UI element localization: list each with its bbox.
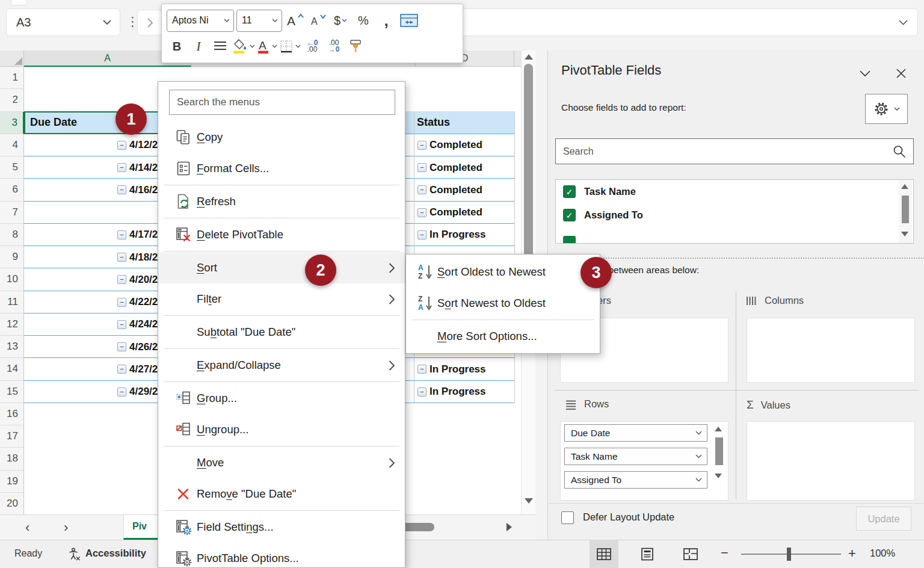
collapse-icon[interactable]: − (117, 253, 126, 262)
menu-item-copy[interactable]: Copy (158, 122, 405, 153)
row-header-2[interactable]: 2 (0, 89, 24, 111)
rows-scrollbar-thumb[interactable] (715, 437, 723, 465)
font-color-button[interactable]: A (256, 36, 277, 57)
zoom-in-button[interactable]: + (848, 546, 856, 561)
row-header-16[interactable]: 16 (0, 403, 24, 425)
rows-area-scrollbar[interactable] (711, 422, 727, 500)
collapse-icon[interactable]: − (417, 387, 427, 397)
collapse-icon[interactable]: − (117, 185, 126, 194)
status-cell-row-5[interactable]: −Completed (405, 156, 545, 179)
increase-font-size-button[interactable]: A (285, 10, 305, 31)
chevron-down-icon[interactable] (695, 431, 702, 435)
scroll-up-icon[interactable] (901, 184, 908, 189)
pane-collapse-button[interactable] (855, 65, 875, 82)
accounting-format-button[interactable]: $ (330, 10, 351, 31)
chevron-down-icon[interactable] (695, 454, 702, 458)
scroll-down-icon[interactable] (525, 498, 533, 504)
menu-item-move[interactable]: Move (158, 447, 405, 478)
menu-item-sort-newest-to-oldest[interactable]: ZASort Newest to Oldest (406, 288, 600, 319)
fields-search-input[interactable] (556, 146, 892, 157)
normal-view-button[interactable] (590, 540, 618, 568)
row-header-13[interactable]: 13 (0, 336, 24, 358)
decrease-font-size-button[interactable]: A (307, 10, 328, 31)
field-list-scrollbar-thumb[interactable] (902, 196, 909, 223)
status-cell-row-4[interactable]: −Completed (405, 134, 545, 156)
collapse-icon[interactable]: − (117, 275, 126, 284)
font-size-select[interactable]: 11 (236, 10, 282, 32)
collapse-icon[interactable]: − (417, 141, 427, 150)
row-header-1[interactable]: 1 (0, 67, 24, 89)
menu-search-input[interactable] (170, 96, 395, 108)
status-cell-row-15[interactable]: −In Progress (405, 381, 545, 403)
menu-item-field-settings[interactable]: Field Settings... (158, 511, 405, 543)
status-cell-row-14[interactable]: −In Progress (405, 358, 545, 380)
pivot-header-cell-status[interactable]: Status (405, 111, 514, 134)
row-header-20[interactable]: 20 (0, 493, 24, 515)
menu-item-sort-oldest-to-newest[interactable]: AZSort Oldest to Newest (406, 256, 600, 288)
accessibility-status[interactable]: Accessibility (85, 548, 146, 559)
page-break-preview-button[interactable] (676, 540, 705, 568)
row-header-14[interactable]: 14 (0, 358, 24, 380)
formula-bar-collapsed-button[interactable] (137, 10, 162, 36)
previous-sheet-button[interactable]: ‹ (25, 520, 29, 536)
percent-style-button[interactable]: % (353, 10, 374, 31)
row-field-chip-task-name[interactable]: Task Name (564, 448, 707, 465)
menu-item-pivottable-options[interactable]: PivotTable Options... (158, 543, 405, 568)
zoom-slider-thumb[interactable] (787, 548, 791, 561)
checked-checkbox-icon[interactable]: ✓ (563, 185, 576, 198)
collapse-icon[interactable]: − (117, 298, 126, 307)
collapse-icon[interactable]: − (117, 387, 126, 397)
select-all-corner[interactable] (0, 51, 24, 67)
format-painter-button[interactable] (345, 36, 366, 57)
scroll-down-icon[interactable] (901, 232, 908, 236)
comma-style-button[interactable]: , (376, 10, 396, 31)
pane-close-button[interactable] (891, 65, 911, 82)
row-field-chip-assigned-to[interactable]: Assigned To (564, 471, 707, 489)
formula-bar-expand-icon[interactable] (899, 20, 908, 25)
row-header-15[interactable]: 15 (0, 381, 24, 403)
row-header-7[interactable]: 7 (0, 202, 24, 224)
values-drop-area[interactable] (747, 421, 915, 501)
status-cell-row-7[interactable]: −Completed (405, 202, 545, 224)
merge-cells-button[interactable] (399, 10, 419, 31)
collapse-icon[interactable]: − (117, 163, 126, 172)
menu-item-remove-due-date[interactable]: Remove "Due Date" (158, 478, 405, 510)
font-name-select[interactable]: Aptos Ni (167, 10, 234, 32)
increase-decimal-button[interactable]: .00→0 (324, 36, 344, 57)
chevron-down-icon[interactable] (695, 478, 702, 482)
align-button[interactable] (210, 36, 230, 57)
menu-item-ungroup[interactable]: Ungroup... (158, 414, 405, 445)
menu-item-delete-pivottable[interactable]: Delete PivotTable (158, 219, 405, 250)
next-sheet-button[interactable]: › (64, 520, 68, 536)
status-cell-row-8[interactable]: −In Progress (405, 224, 545, 246)
scroll-up-icon[interactable] (525, 54, 533, 60)
row-field-chip-due-date[interactable]: Due Date (564, 424, 707, 442)
scroll-down-icon[interactable] (715, 474, 722, 478)
decrease-decimal-button[interactable]: ←0.00 (302, 36, 322, 57)
italic-button[interactable]: I (188, 36, 209, 57)
row-header-19[interactable]: 19 (0, 471, 24, 493)
rows-drop-area[interactable]: Due DateTask NameAssigned To (560, 421, 728, 501)
update-button[interactable]: Update (856, 507, 911, 531)
scroll-up-icon[interactable] (715, 427, 722, 431)
page-layout-view-button[interactable] (633, 540, 662, 568)
status-cell-row-6[interactable]: −Completed (405, 179, 545, 201)
collapse-icon[interactable]: − (117, 320, 126, 329)
collapse-icon[interactable]: − (417, 185, 427, 194)
row-header-4[interactable]: 4 (0, 134, 24, 156)
row-header-3[interactable]: 3 (0, 112, 24, 134)
row-header-18[interactable]: 18 (0, 448, 24, 470)
defer-layout-checkbox[interactable] (561, 511, 574, 524)
zoom-out-button[interactable]: − (721, 545, 728, 561)
collapse-icon[interactable]: − (117, 141, 126, 150)
menu-item-subtotal-due-date[interactable]: Subtotal "Due Date" (158, 316, 405, 348)
row-header-17[interactable]: 17 (0, 425, 24, 448)
row-header-11[interactable]: 11 (0, 291, 24, 313)
field-item-assigned-to[interactable]: ✓Assigned To (556, 203, 913, 227)
field-list-scrollbar[interactable] (899, 180, 912, 243)
row-header-10[interactable]: 10 (0, 268, 24, 291)
fill-color-button[interactable] (232, 36, 255, 57)
menu-item-group[interactable]: Group... (158, 383, 405, 414)
collapse-icon[interactable]: − (117, 342, 126, 351)
menu-item-expand-collapse[interactable]: Expand/Collapse (158, 350, 405, 381)
